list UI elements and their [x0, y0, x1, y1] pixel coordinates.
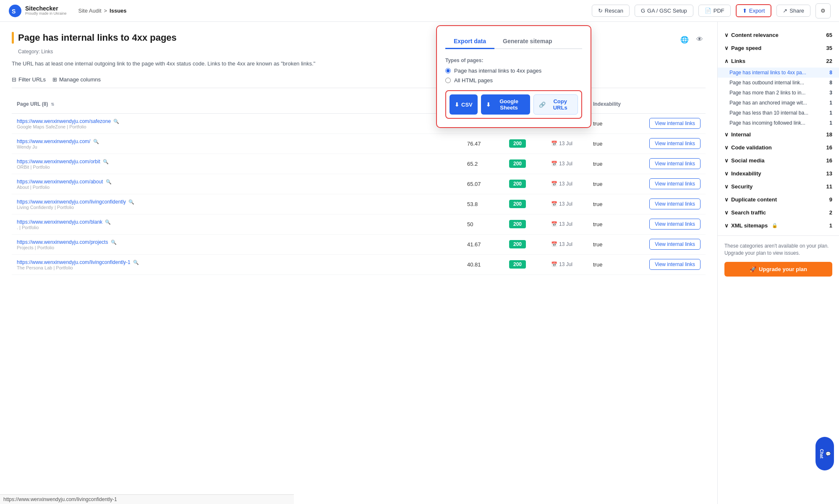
- sidebar-category-row[interactable]: ∨ Indexability 13: [718, 167, 839, 180]
- chevron-icon: ∨: [724, 196, 729, 203]
- share-button[interactable]: ↗ Share: [776, 5, 810, 17]
- sidebar-cat-label: ∧ Links: [724, 58, 745, 64]
- status-badge: 200: [509, 260, 526, 269]
- url-link[interactable]: https://www.wenxinwendyju.com/projects 🔍: [17, 239, 117, 245]
- rescan-button[interactable]: ↻ Rescan: [592, 5, 630, 17]
- url-link[interactable]: https://www.wenxinwendyju.com/ 🔍: [17, 138, 99, 144]
- url-link[interactable]: https://www.wenxinwendyju.com/livingconf…: [17, 259, 139, 265]
- ga-gsc-button[interactable]: G GA / GSC Setup: [635, 5, 693, 17]
- cell-date: 📅13 Jul: [546, 234, 588, 254]
- sidebar-category-row[interactable]: ∨ Content relevance 65: [718, 29, 839, 42]
- sidebar-category-row[interactable]: ∨ Security 11: [718, 180, 839, 193]
- sidebar-category-row[interactable]: ∨ Social media 16: [718, 154, 839, 167]
- sidebar-subitem-label: Page has an anchored image wit...: [729, 100, 828, 106]
- google-sheets-button[interactable]: ⬇ Google Sheets: [481, 94, 531, 115]
- calendar-icon: 📅: [551, 201, 557, 207]
- cell-indexable: true: [588, 174, 638, 194]
- calendar-icon: 📅: [551, 261, 557, 267]
- content-area: Page has internal links to 4xx pages 🌐 👁…: [0, 22, 717, 504]
- manage-columns-button[interactable]: ⊞ Manage columns: [52, 76, 101, 83]
- breadcrumb-parent[interactable]: Site Audit: [78, 8, 102, 14]
- url-link[interactable]: https://www.wenxinwendyju.com/blank 🔍: [17, 219, 111, 225]
- sidebar-category-row[interactable]: ∨ Duplicate content 9: [718, 193, 839, 206]
- upgrade-section: These categories aren't available on you…: [718, 235, 839, 283]
- chat-label: Chat: [819, 449, 824, 458]
- search-icon[interactable]: 🔍: [105, 219, 111, 225]
- view-internal-links-button[interactable]: View internal links: [649, 259, 700, 270]
- sidebar-cat-count: 16: [826, 144, 832, 151]
- page-description: The URL has at least one internal outgoi…: [12, 60, 389, 68]
- sidebar-category-row[interactable]: ∨ XML sitemaps 🔒 1: [718, 219, 839, 232]
- url-link[interactable]: https://www.wenxinwendyju.com/safezone 🔍: [17, 118, 119, 124]
- cell-weight: 76.47: [462, 133, 504, 154]
- tab-generate-sitemap[interactable]: Generate sitemap: [494, 34, 561, 49]
- search-icon[interactable]: 🔍: [106, 179, 112, 184]
- search-icon[interactable]: 🔍: [133, 260, 139, 265]
- url-subtitle: Google Maps SafeZone | Portfolio: [17, 124, 457, 129]
- category-label: Category: Links: [18, 49, 706, 55]
- table-row: https://www.wenxinwendyju.com/ 🔍 Wendy J…: [12, 133, 706, 154]
- sidebar-category-row[interactable]: ∨ Code validation 16: [718, 141, 839, 154]
- chevron-icon: ∨: [724, 222, 729, 229]
- view-internal-links-button[interactable]: View internal links: [649, 138, 700, 149]
- globe-icon[interactable]: 🌐: [679, 34, 690, 45]
- cell-url: https://www.wenxinwendyju.com/livingconf…: [12, 194, 462, 214]
- view-internal-links-button[interactable]: View internal links: [649, 239, 700, 250]
- sidebar-category-0: ∨ Content relevance 65: [718, 29, 839, 42]
- search-icon[interactable]: 🔍: [103, 159, 109, 164]
- search-icon[interactable]: 🔍: [111, 240, 117, 245]
- view-internal-links-button[interactable]: View internal links: [649, 219, 700, 230]
- sidebar-subitem-2-0[interactable]: Page has internal links to 4xx pa... 8: [718, 68, 839, 78]
- view-internal-links-button[interactable]: View internal links: [649, 198, 700, 209]
- radio-option-html[interactable]: All HTML pages: [445, 77, 582, 84]
- export-button[interactable]: ⬆ Export: [736, 4, 772, 17]
- sidebar-subitem-2-2[interactable]: Page has more than 2 links to in... 3: [718, 88, 839, 98]
- sidebar-cat-label: ∨ Code validation: [724, 144, 772, 151]
- url-subtitle: Projects | Portfolio: [17, 245, 457, 250]
- cell-url: https://www.wenxinwendyju.com/ 🔍 Wendy J…: [12, 133, 462, 154]
- tab-export-data[interactable]: Export data: [445, 34, 494, 49]
- filter-urls-button[interactable]: ⊟ Filter URLs: [12, 76, 46, 83]
- share-icon: ↗: [783, 8, 787, 14]
- sidebar-subitem-2-3[interactable]: Page has an anchored image wit... 1: [718, 98, 839, 108]
- radio-4xx-input[interactable]: [445, 68, 451, 73]
- issue-date: 📅13 Jul: [551, 241, 583, 247]
- search-icon[interactable]: 🔍: [113, 119, 119, 124]
- status-badge: 200: [509, 200, 526, 208]
- radio-html-input[interactable]: [445, 78, 451, 83]
- copy-urls-button[interactable]: 🔗 Copy URLs: [533, 94, 578, 115]
- upgrade-button[interactable]: 🚀 Upgrade your plan: [724, 262, 832, 277]
- sidebar-category-3: ∨ Internal 18: [718, 128, 839, 141]
- sidebar-category-row[interactable]: ∨ Search traffic 2: [718, 206, 839, 219]
- sidebar-subitem-2-1[interactable]: Page has outbound internal link... 8: [718, 78, 839, 88]
- sidebar-category-6: ∨ Indexability 13: [718, 167, 839, 180]
- view-internal-links-button[interactable]: View internal links: [649, 178, 700, 189]
- csv-button[interactable]: ⬇ CSV: [450, 94, 478, 115]
- gear-icon: ⚙: [821, 8, 826, 14]
- sidebar-subitem-2-5[interactable]: Page has incoming followed link... 1: [718, 118, 839, 128]
- sidebar-category-row[interactable]: ∨ Internal 18: [718, 128, 839, 141]
- issue-date: 📅13 Jul: [551, 161, 583, 167]
- chat-widget[interactable]: 💬 Chat: [815, 437, 834, 470]
- view-internal-links-button[interactable]: View internal links: [649, 158, 700, 169]
- issue-date: 📅13 Jul: [551, 201, 583, 207]
- cell-weight: 65.2: [462, 154, 504, 174]
- search-icon[interactable]: 🔍: [93, 139, 99, 144]
- types-label: Types of pages:: [445, 57, 582, 63]
- export-icon: ⬆: [742, 8, 747, 14]
- url-link[interactable]: https://www.wenxinwendyju.com/orbit 🔍: [17, 159, 109, 165]
- url-link[interactable]: https://www.wenxinwendyju.com/about 🔍: [17, 179, 112, 185]
- settings-button[interactable]: ⚙: [815, 3, 831, 18]
- cell-weight: 53.8: [462, 194, 504, 214]
- table-row: https://www.wenxinwendyju.com/about 🔍 Ab…: [12, 174, 706, 194]
- view-internal-links-button[interactable]: View internal links: [649, 118, 700, 129]
- url-link[interactable]: https://www.wenxinwendyju.com/livingconf…: [17, 199, 134, 205]
- radio-option-4xx[interactable]: Page has internal links to 4xx pages: [445, 68, 582, 74]
- sidebar-category-row[interactable]: ∨ Page speed 35: [718, 42, 839, 55]
- eye-icon[interactable]: 👁: [694, 34, 706, 45]
- sidebar-category-row[interactable]: ∧ Links 22: [718, 55, 839, 68]
- sidebar-subitem-2-4[interactable]: Page has less than 10 internal ba... 1: [718, 108, 839, 118]
- sidebar-category-8: ∨ Duplicate content 9: [718, 193, 839, 206]
- pdf-button[interactable]: 📄 PDF: [698, 5, 731, 17]
- search-icon[interactable]: 🔍: [128, 199, 134, 204]
